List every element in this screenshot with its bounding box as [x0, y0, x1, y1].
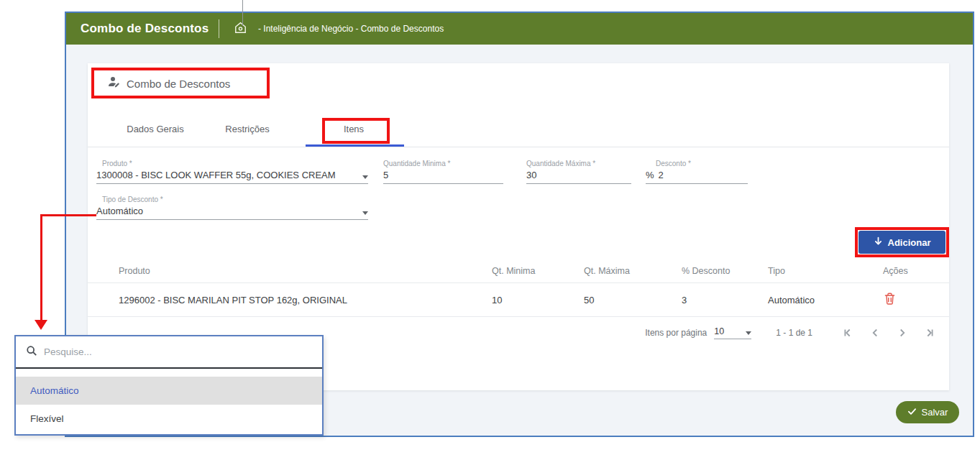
col-desconto: % Desconto: [682, 266, 768, 276]
cell-qt-minima: 10: [492, 295, 584, 305]
quantidade-maxima-field[interactable]: Quantidade Máxima * 30: [526, 160, 631, 186]
quantidade-minima-label: Quantidade Minima *: [383, 160, 503, 167]
search-icon: [26, 345, 37, 359]
quantidade-maxima-value: 30: [526, 170, 536, 180]
page-title: Combo de Descontos: [127, 78, 230, 90]
dropdown-search-row: [16, 336, 322, 369]
col-produto: Produto: [119, 266, 492, 276]
items-per-page-label: Itens por página: [645, 328, 707, 338]
header-divider: [219, 19, 219, 38]
arrow-down-icon: [874, 236, 883, 248]
last-page-button[interactable]: [922, 325, 938, 341]
col-acoes: Ações: [883, 266, 969, 276]
adicionar-label: Adicionar: [888, 237, 931, 248]
tipo-desconto-select[interactable]: Tipo de Desconto * Automático: [96, 196, 368, 222]
cell-tipo: Automático: [768, 295, 883, 305]
table-row: 1296002 - BISC MARILAN PIT STOP 162g, OR…: [88, 283, 949, 316]
home-button[interactable]: [229, 18, 251, 40]
produto-select[interactable]: Produto * 1300008 - BISC LOOK WAFFER 55g…: [96, 160, 368, 186]
produto-label: Produto *: [96, 160, 368, 167]
cell-qt-maxima: 50: [584, 295, 682, 305]
app-title: Combo de Descontos: [81, 22, 219, 36]
breadcrumb: - Inteligência de Negócio - Combo de Des…: [258, 24, 444, 34]
desconto-prefix: %: [646, 170, 654, 180]
search-input[interactable]: [44, 346, 315, 357]
person-edit-icon: [108, 76, 120, 91]
col-qt-minima: Qt. Minima: [492, 266, 584, 276]
desconto-field[interactable]: Desconto * % 2: [646, 160, 748, 186]
adicionar-button[interactable]: Adicionar: [858, 231, 945, 254]
first-page-button[interactable]: [840, 325, 856, 341]
cell-produto: 1296002 - BISC MARILAN PIT STOP 162g, OR…: [119, 295, 492, 305]
previous-page-button[interactable]: [867, 325, 883, 341]
annotation-arrow-head: [35, 320, 47, 330]
delete-row-button[interactable]: [883, 291, 902, 308]
tipo-desconto-value: Automático: [96, 206, 143, 216]
chevron-down-icon: [362, 175, 368, 179]
home-icon: [234, 21, 247, 37]
desconto-label: Desconto *: [646, 160, 748, 167]
app-header: Combo de Descontos - Inteligência de Neg…: [66, 13, 973, 45]
tabs-divider: [88, 147, 949, 147]
annotation-callout-line: [242, 0, 243, 26]
dropdown-option-automatico[interactable]: Automático: [16, 377, 322, 405]
col-qt-maxima: Qt. Máxima: [584, 266, 682, 276]
salvar-label: Salvar: [922, 407, 948, 418]
trash-icon: [884, 296, 895, 307]
quantidade-minima-value: 5: [383, 170, 388, 180]
desconto-value: 2: [659, 170, 664, 180]
tab-restricoes[interactable]: Restrições: [204, 124, 290, 134]
tab-dados-gerais[interactable]: Dados Gerais: [112, 124, 198, 134]
next-page-button[interactable]: [894, 325, 910, 341]
table-header-row: Produto Qt. Minima Qt. Máxima % Desconto…: [88, 259, 949, 282]
items-per-page-value: 10: [714, 326, 724, 336]
cell-desconto: 3: [682, 295, 768, 305]
dropdown-gap: [16, 369, 322, 377]
annotation-arrow-segment: [42, 214, 96, 216]
card-title-row: Combo de Descontos: [108, 76, 230, 91]
pagination-range: 1 - 1 de 1: [776, 328, 812, 338]
col-tipo: Tipo: [768, 266, 883, 276]
chevron-down-icon: [746, 331, 751, 335]
quantidade-maxima-label: Quantidade Máxima *: [526, 160, 631, 167]
tipo-desconto-dropdown-panel: Automático Flexível: [14, 335, 324, 436]
produto-value: 1300008 - BISC LOOK WAFFER 55g, COOKIES …: [96, 170, 336, 180]
chevron-down-icon: [362, 211, 368, 215]
items-per-page-select[interactable]: 10: [714, 326, 751, 339]
check-icon: [907, 407, 917, 418]
annotation-arrow-segment: [40, 214, 42, 321]
salvar-button[interactable]: Salvar: [896, 401, 959, 423]
quantidade-minima-field[interactable]: Quantidade Minima * 5: [383, 160, 503, 186]
tab-itens[interactable]: Itens: [311, 124, 397, 134]
tipo-desconto-label: Tipo de Desconto *: [96, 196, 368, 203]
dropdown-option-flexivel[interactable]: Flexível: [16, 405, 322, 433]
